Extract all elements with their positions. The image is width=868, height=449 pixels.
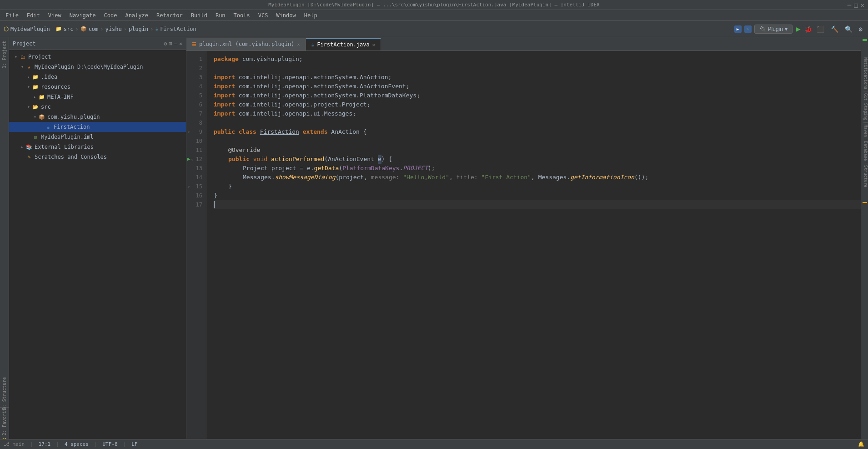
panel-header: Project ⚙ ⊞ — ✕ — [9, 37, 186, 50]
toolbar-right: ▶ ✎ 🔌 Plugin ▾ ▶ 🐞 ⬛ 🔨 🔍 ⚙ — [734, 24, 864, 34]
menu-vcs[interactable]: VCS — [255, 11, 272, 20]
menu-window[interactable]: Window — [272, 11, 299, 20]
scratch-icon: ✎ — [25, 153, 33, 161]
plugin-button[interactable]: 🔌 Plugin ▾ — [754, 25, 793, 34]
right-label-git[interactable]: Git Staging — [863, 91, 868, 123]
project-icon: ⬡ — [4, 25, 9, 32]
run-gutter-icon[interactable]: ▶ — [187, 156, 191, 163]
code-content[interactable]: package com.yishu.plugin; import com.int… — [206, 51, 861, 449]
tree-item-package[interactable]: ▾ 📦 com.yishu.plugin — [9, 112, 186, 122]
layout-icon[interactable]: ⊞ — [169, 40, 172, 47]
menu-file[interactable]: File — [2, 11, 22, 20]
breadcrumb-src[interactable]: src — [64, 26, 74, 32]
tree-item-libraries[interactable]: ▸ 📚 External Libraries — [9, 142, 186, 152]
kw-void: void — [253, 155, 267, 164]
kw-import5: import — [214, 91, 235, 100]
cursor — [214, 201, 215, 208]
stop-button[interactable]: ⬛ — [815, 25, 826, 34]
kw-public12: public — [228, 155, 250, 164]
run-button[interactable]: ▶ — [795, 24, 802, 34]
tree-item-idea[interactable]: ▸ 📁 .idea — [9, 72, 186, 82]
favorites-strip[interactable]: ⭐ 2: Favorites — [0, 407, 9, 439]
project-panel: Project ⚙ ⊞ — ✕ ▾ 🗂 Project ▾ ★ M — [9, 37, 186, 449]
menu-tools[interactable]: Tools — [230, 11, 254, 20]
tree-item-src[interactable]: ▾ 📂 src — [9, 102, 186, 112]
menu-code[interactable]: Code — [100, 11, 121, 20]
code-editor[interactable]: 1 2 3 4 5 6 7 8 ▿ 9 10 11 ▶ ▿ 12 1 — [186, 51, 861, 449]
fold-icon-12: ▿ — [191, 156, 194, 163]
tree-item-metainf[interactable]: ▸ 📁 META-INF — [9, 92, 186, 102]
src-folder-icon: 📂 — [32, 103, 39, 111]
right-label-notifications[interactable]: Notifications — [863, 55, 868, 91]
settings-button[interactable]: ⚙ — [857, 25, 864, 34]
minimize-btn[interactable]: ─ — [848, 1, 851, 9]
structure-label[interactable]: 2: Structure — [2, 377, 7, 410]
tree-item-myideaplugin[interactable]: ▾ ★ MyIdeaPlugin D:\code\MyIdeaPlugin — [9, 62, 186, 72]
library-icon: 📚 — [25, 143, 33, 151]
debug-button[interactable]: 🐞 — [804, 25, 812, 33]
idea-folder-icon: 📁 — [32, 73, 39, 81]
tree-item-scratches[interactable]: ✎ Scratches and Consoles — [9, 152, 186, 162]
status-encoding: UTF-8 — [102, 441, 117, 447]
status-notifications[interactable]: 🔔 — [858, 441, 864, 447]
paren-open-12: ( — [324, 155, 328, 164]
status-vcs[interactable]: ⎇ main — [4, 441, 25, 447]
java-file-icon: ☕ — [45, 123, 52, 131]
param-type: AnActionEvent — [328, 155, 374, 164]
paren-open-14: ( — [336, 173, 339, 182]
status-separator-3: | — [94, 441, 97, 447]
window-controls[interactable]: ─ □ ✕ — [848, 1, 864, 9]
menu-run[interactable]: Run — [212, 11, 229, 20]
dot-14: . — [271, 173, 275, 182]
tree-item-project[interactable]: ▾ 🗂 Project — [9, 52, 186, 62]
code-line-16: } — [214, 191, 861, 200]
import-6: com.intellij.openapi.project.Project — [239, 100, 367, 109]
panel-title: Project — [13, 40, 36, 47]
menu-navigate[interactable]: Navigate — [66, 11, 100, 20]
tab-plugin-xml[interactable]: ☰ plugin.xml (com.yishu.plugin) ✕ — [186, 38, 306, 50]
menu-view[interactable]: View — [45, 11, 65, 20]
tab-firstaction[interactable]: ☕ FirstAction.java ✕ — [306, 38, 381, 50]
ln-14: 14 — [186, 173, 206, 182]
menu-bar: File Edit View Navigate Code Analyze Ref… — [0, 10, 868, 21]
tree-item-firstaction[interactable]: ☕ FirstAction — [9, 122, 186, 132]
tree-item-iml[interactable]: ⊞ MyIdeaPlugin.iml — [9, 132, 186, 142]
dot-13: . — [311, 164, 314, 173]
code-line-5: import com.intellij.openapi.actionSystem… — [214, 91, 861, 100]
import-5: com.intellij.openapi.actionSystem.Platfo… — [239, 91, 416, 100]
tree-label-src: src — [41, 104, 51, 110]
close-panel-icon[interactable]: ✕ — [179, 40, 182, 47]
collapse-icon[interactable]: — — [174, 40, 177, 47]
menu-help[interactable]: Help — [301, 11, 321, 20]
maximize-btn[interactable]: □ — [854, 1, 858, 9]
menu-refactor[interactable]: Refactor — [153, 11, 186, 20]
build-button[interactable]: 🔨 — [829, 25, 840, 34]
breadcrumb-com[interactable]: com — [89, 26, 99, 32]
tab-close-xml[interactable]: ✕ — [297, 42, 300, 47]
ln-5: 5 — [186, 91, 206, 100]
code-line-2 — [214, 64, 861, 73]
menu-build[interactable]: Build — [187, 11, 211, 20]
right-label-database[interactable]: Database — [863, 139, 868, 163]
tab-close-java[interactable]: ✕ — [372, 42, 375, 47]
class-icon: ☕ — [156, 26, 159, 32]
project-panel-label[interactable]: 1: Project — [2, 41, 7, 68]
close-btn[interactable]: ✕ — [861, 1, 864, 9]
project-name: MyIdeaPlugin — [10, 26, 50, 32]
breadcrumb-plugin[interactable]: plugin — [129, 26, 148, 32]
breadcrumb-yishu[interactable]: yishu — [105, 26, 122, 32]
code-line-12: public void actionPerformed(AnActionEven… — [214, 155, 861, 164]
search-button[interactable]: 🔍 — [843, 25, 854, 34]
tree-label-iml: MyIdeaPlugin.iml — [41, 134, 94, 140]
breadcrumb-firstaction[interactable]: FirstAction — [160, 26, 196, 32]
right-label-structure[interactable]: Structure — [863, 163, 868, 189]
structure-strip[interactable]: 2: Structure — [0, 380, 9, 407]
menu-analyze[interactable]: Analyze — [121, 11, 152, 20]
kw-import6: import — [214, 100, 235, 109]
right-label-maven[interactable]: Maven — [863, 123, 868, 139]
code-line-4: import com.intellij.openapi.actionSystem… — [214, 82, 861, 91]
ln-7: 7 — [186, 109, 206, 118]
gear-icon[interactable]: ⚙ — [164, 40, 167, 47]
tree-item-resources[interactable]: ▾ 📁 resources — [9, 82, 186, 92]
menu-edit[interactable]: Edit — [23, 11, 44, 20]
